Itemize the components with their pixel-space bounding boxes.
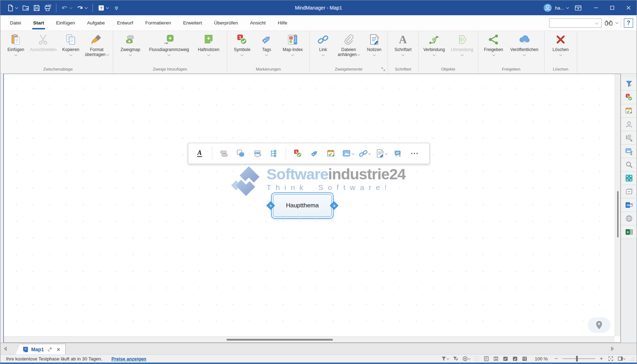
ribbon-button-einfügen[interactable]: Einfügen — [6, 33, 26, 56]
user-menu-chevron-icon[interactable] — [566, 6, 569, 9]
menu-tab-einfügen[interactable]: Einfügen — [50, 15, 81, 30]
vertical-scrollbar[interactable] — [615, 74, 620, 336]
dialog-launcher-icon[interactable] — [381, 67, 386, 72]
menu-tab-erweitert[interactable]: Erweitert — [177, 15, 208, 30]
document-tab-map1[interactable]: Map1 — [20, 344, 66, 354]
ribbon-button-format-übertragen[interactable]: Formatübertragen — [84, 33, 110, 57]
central-topic[interactable]: + Hauptthema + — [271, 192, 334, 219]
fit-map-button[interactable] — [608, 355, 614, 362]
map-canvas[interactable]: Softwareindustrie24 Think Software! A1 +… — [4, 74, 615, 336]
pricing-link[interactable]: Preise anzeigen — [111, 356, 146, 362]
new-document-button[interactable] — [5, 3, 20, 13]
ribbon-button-kopieren[interactable]: Kopieren — [61, 33, 81, 56]
resize-grip-icon[interactable] — [629, 356, 635, 362]
menu-tab-aufgabe[interactable]: Aufgabe — [81, 15, 111, 30]
ribbon-button-dateien-anhängen[interactable]: Dateienanhängen — [336, 33, 361, 57]
sidebar-search-button[interactable] — [621, 158, 637, 172]
ribbon-button-verbindung[interactable]: Verbindung — [422, 33, 446, 56]
zoom-slider[interactable] — [563, 355, 595, 362]
format-font-button[interactable]: A — [193, 146, 207, 161]
sidebar-resources-button[interactable] — [621, 118, 637, 131]
ribbon-button-schriftart[interactable]: ASchriftart — [393, 33, 413, 56]
note-button[interactable] — [374, 146, 388, 161]
tab-scroll-right-button[interactable] — [607, 343, 618, 354]
menu-tab-formatieren[interactable]: Formatieren — [139, 15, 177, 30]
ribbon-button-map-index[interactable]: 1Map-Index — [281, 33, 304, 56]
hyperlink-button[interactable] — [357, 146, 371, 161]
sidebar-window-panels-button[interactable] — [621, 185, 637, 198]
panel-layout-button[interactable] — [617, 355, 626, 362]
sidebar-fit-map-button[interactable] — [621, 172, 637, 185]
image-button[interactable] — [341, 146, 355, 161]
sidebar-web-button[interactable] — [621, 212, 637, 225]
user-name[interactable]: ha... — [555, 5, 564, 11]
filter-status-button[interactable] — [441, 355, 449, 362]
save-button[interactable] — [32, 3, 42, 13]
menu-tab-überprüfen[interactable]: Überprüfen — [208, 15, 244, 30]
comment-button[interactable] — [391, 146, 405, 161]
ribbon-button-link[interactable]: Link — [313, 33, 333, 56]
tag-view-button[interactable] — [502, 355, 509, 362]
undo-button[interactable] — [60, 3, 74, 13]
panel-view-button[interactable] — [521, 355, 528, 362]
new-revision-button[interactable] — [462, 355, 470, 362]
sidebar-outlook-button[interactable]: O — [621, 198, 637, 212]
ribbon-button-notizen[interactable]: Notizen — [365, 33, 384, 56]
more-options-button[interactable] — [407, 146, 421, 161]
menu-tab-hilfe[interactable]: Hilfe — [272, 15, 294, 30]
shape-button[interactable] — [234, 146, 248, 161]
tab-popout-button[interactable] — [46, 346, 53, 353]
search-input[interactable] — [549, 21, 595, 26]
menu-tab-start[interactable]: Start — [27, 15, 50, 30]
topic-tree-button[interactable] — [267, 146, 281, 161]
schedule-view-button[interactable]: 24 — [493, 355, 499, 362]
ribbon-button-veröffentlichen[interactable]: Veröffentlichen — [509, 33, 540, 56]
help-badge-button[interactable]: ? — [96, 3, 111, 13]
location-pin-button[interactable] — [588, 317, 610, 333]
ribbon-button-zweigmap[interactable]: Zweigmap — [119, 33, 141, 56]
maximize-button[interactable] — [604, 0, 620, 15]
sidebar-excel-button[interactable]: X — [621, 225, 637, 239]
fill-color-button[interactable] — [250, 146, 264, 161]
select-mode-button[interactable] — [474, 355, 480, 362]
ribbon-display-options-icon[interactable] — [574, 4, 582, 12]
sidebar-task-calendar-button[interactable] — [621, 104, 637, 118]
zoom-in-button[interactable]: + — [598, 356, 604, 362]
ribbon-button-haftnotizen[interactable]: Haftnotizen — [196, 33, 221, 56]
horizontal-scrollbar-thumb[interactable] — [227, 339, 333, 341]
binoculars-icon[interactable] — [604, 19, 613, 27]
menu-tab-datei[interactable]: Datei — [4, 15, 27, 30]
minimize-button[interactable] — [588, 0, 604, 15]
outline-view-button[interactable] — [483, 355, 490, 362]
search-box[interactable] — [549, 18, 602, 28]
sidebar-symbol-marker-button[interactable]: 1 — [621, 91, 637, 104]
ribbon-button-symbole[interactable]: 1Symbole — [233, 33, 252, 56]
search-dropdown-icon[interactable] — [595, 21, 598, 24]
menu-tab-entwurf[interactable]: Entwurf — [111, 15, 139, 30]
topic-style-button[interactable] — [217, 146, 231, 161]
edit-mode-button[interactable] — [512, 355, 518, 362]
redo-button[interactable] — [75, 3, 89, 13]
ribbon-button-tags[interactable]: Tags — [257, 33, 276, 56]
tab-close-button[interactable] — [55, 346, 62, 353]
ribbon-button-löschen[interactable]: Löschen — [551, 33, 570, 56]
horizontal-scrollbar[interactable] — [4, 336, 615, 342]
quick-filter-button[interactable] — [452, 355, 459, 362]
sidebar-branch-structure-button[interactable] — [621, 131, 637, 145]
open-file-button[interactable] — [21, 3, 31, 13]
sidebar-filter-button[interactable] — [621, 77, 637, 91]
sidebar-image-snippet-button[interactable] — [621, 145, 637, 158]
zoom-slider-thumb[interactable] — [576, 356, 578, 362]
symbol-marker-button[interactable]: 1 — [291, 146, 305, 161]
customize-quick-access-button[interactable] — [111, 3, 122, 13]
ribbon-button-freigeben[interactable]: Freigeben — [482, 33, 504, 56]
menu-tab-ansicht[interactable]: Ansicht — [244, 15, 272, 30]
print-button[interactable] — [43, 3, 53, 13]
find-chevron-icon[interactable] — [615, 21, 618, 24]
zoom-out-button[interactable]: − — [553, 356, 559, 362]
vertical-scrollbar-thumb[interactable] — [617, 191, 619, 237]
help-button[interactable]: ? — [624, 18, 633, 28]
task-calendar-button[interactable] — [324, 146, 338, 161]
tab-scroll-left-button[interactable] — [0, 343, 11, 354]
tag-marker-button[interactable] — [307, 146, 322, 161]
